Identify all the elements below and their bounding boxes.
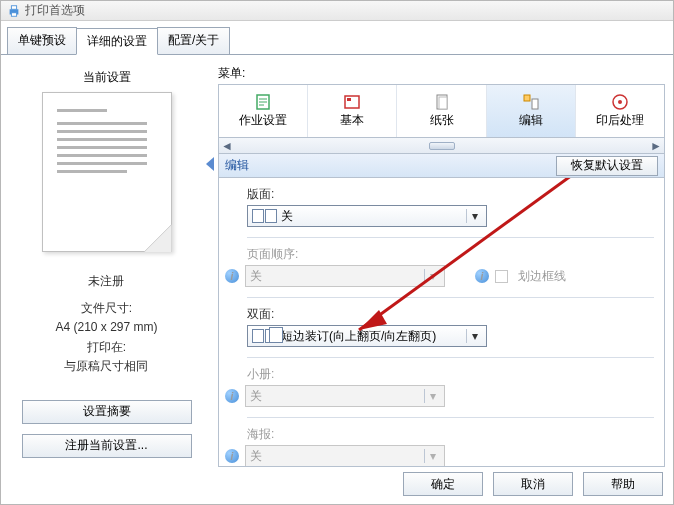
printon-value: 与原稿尺寸相同 [55, 357, 157, 376]
preview-info: 未注册 文件尺寸: A4 (210 x 297 mm) 打印在: 与原稿尺寸相同 [55, 272, 157, 376]
poster-value: 关 [250, 448, 424, 465]
edit-form: 版面: 关 ▾ 页面顺序: i [218, 178, 665, 467]
svg-rect-8 [439, 97, 447, 109]
finish-icon [611, 93, 629, 111]
poster-dropdown: 关 ▾ [245, 445, 445, 467]
paper-size-value: A4 (210 x 297 mm) [55, 318, 157, 337]
edit-icon [522, 93, 540, 111]
svg-rect-9 [524, 95, 530, 101]
layout-icon [252, 209, 277, 223]
ok-button[interactable]: 确定 [403, 472, 483, 496]
page-preview [42, 92, 172, 252]
layout-dropdown[interactable]: 关 ▾ [247, 205, 487, 227]
tab-onetouch[interactable]: 单键预设 [7, 27, 77, 54]
info-icon: i [225, 389, 239, 403]
menu-item-label: 作业设置 [239, 112, 287, 129]
menu-bar: 作业设置 基本 纸张 编辑 印后处理 [218, 84, 665, 138]
menu-item-label: 纸张 [430, 112, 454, 129]
register-settings-button[interactable]: 注册当前设置... [22, 434, 192, 458]
duplex-label: 双面: [247, 306, 654, 323]
chevron-down-icon: ▾ [424, 269, 440, 283]
tab-detailed[interactable]: 详细的设置 [76, 28, 158, 55]
chevron-down-icon: ▾ [424, 449, 440, 463]
menu-item-label: 基本 [340, 112, 364, 129]
order-value: 关 [250, 268, 424, 285]
printer-icon [7, 4, 21, 18]
collapse-arrow[interactable] [204, 65, 218, 467]
svg-rect-6 [347, 98, 351, 101]
printon-label: 打印在: [55, 338, 157, 357]
print-preferences-window: 打印首选项 单键预设 详细的设置 配置/关于 当前设置 未注册 [0, 0, 674, 505]
cancel-button[interactable]: 取消 [493, 472, 573, 496]
section-title: 编辑 [225, 157, 249, 174]
chevron-down-icon: ▾ [466, 329, 482, 343]
menu-label: 菜单: [218, 65, 665, 82]
svg-marker-3 [206, 157, 214, 171]
layout-value: 关 [281, 208, 466, 225]
duplex-dropdown[interactable]: 短边装订(向上翻页/向左翻页) ▾ [247, 325, 487, 347]
menu-item-finish[interactable]: 印后处理 [576, 85, 664, 137]
menu-scrollbar[interactable]: ◄ ► [218, 138, 665, 154]
svg-rect-5 [345, 96, 359, 108]
menu-item-job[interactable]: 作业设置 [219, 85, 308, 137]
menu-item-label: 编辑 [519, 112, 543, 129]
left-panel: 当前设置 未注册 文件尺寸: A4 (210 x 297 mm) 打印在: 与原… [9, 65, 204, 467]
paper-size-label: 文件尺寸: [55, 299, 157, 318]
window-title: 打印首选项 [25, 2, 85, 19]
field-poster: 海报: i 关 ▾ [247, 426, 654, 467]
poster-label: 海报: [247, 426, 654, 443]
basic-icon [343, 93, 361, 111]
svg-rect-10 [532, 99, 538, 109]
svg-point-12 [618, 100, 622, 104]
tab-config[interactable]: 配置/关于 [157, 27, 230, 54]
menu-item-paper[interactable]: 纸张 [397, 85, 486, 137]
duplex-icon [252, 329, 277, 343]
order-label: 页面顺序: [247, 246, 654, 263]
right-panel: 菜单: 作业设置 基本 纸张 编辑 [218, 65, 665, 467]
settings-summary-button[interactable]: 设置摘要 [22, 400, 192, 424]
order-dropdown: 关 ▾ [245, 265, 445, 287]
menu-item-label: 印后处理 [596, 112, 644, 129]
info-icon: i [225, 449, 239, 463]
layout-label: 版面: [247, 186, 654, 203]
svg-rect-2 [11, 12, 16, 16]
section-header: 编辑 恢复默认设置 [218, 154, 665, 178]
titlebar: 打印首选项 [1, 1, 673, 21]
info-icon: i [225, 269, 239, 283]
paper-icon [433, 93, 451, 111]
restore-defaults-button[interactable]: 恢复默认设置 [556, 156, 658, 176]
frame-label: 划边框线 [518, 268, 566, 285]
dialog-footer: 确定 取消 帮助 [403, 472, 663, 496]
scroll-right-icon[interactable]: ► [648, 139, 664, 153]
menu-item-basic[interactable]: 基本 [308, 85, 397, 137]
svg-rect-1 [11, 5, 16, 9]
booklet-dropdown: 关 ▾ [245, 385, 445, 407]
current-settings-heading: 当前设置 [83, 69, 131, 86]
booklet-value: 关 [250, 388, 424, 405]
status-text: 未注册 [55, 272, 157, 291]
info-icon: i [475, 269, 489, 283]
field-page-order: 页面顺序: i 关 ▾ i 划边框线 [247, 246, 654, 287]
field-duplex: 双面: 短边装订(向上翻页/向左翻页) ▾ [247, 306, 654, 347]
scroll-thumb[interactable] [429, 142, 455, 150]
scroll-left-icon[interactable]: ◄ [219, 139, 235, 153]
chevron-down-icon: ▾ [424, 389, 440, 403]
field-booklet: 小册: i 关 ▾ [247, 366, 654, 407]
booklet-label: 小册: [247, 366, 654, 383]
scroll-track[interactable] [235, 142, 648, 150]
help-button[interactable]: 帮助 [583, 472, 663, 496]
menu-item-edit[interactable]: 编辑 [487, 85, 576, 137]
field-layout: 版面: 关 ▾ [247, 186, 654, 227]
frame-checkbox [495, 270, 508, 283]
job-icon [254, 93, 272, 111]
duplex-value: 短边装订(向上翻页/向左翻页) [281, 328, 466, 345]
tabstrip: 单键预设 详细的设置 配置/关于 [1, 21, 673, 55]
chevron-down-icon: ▾ [466, 209, 482, 223]
